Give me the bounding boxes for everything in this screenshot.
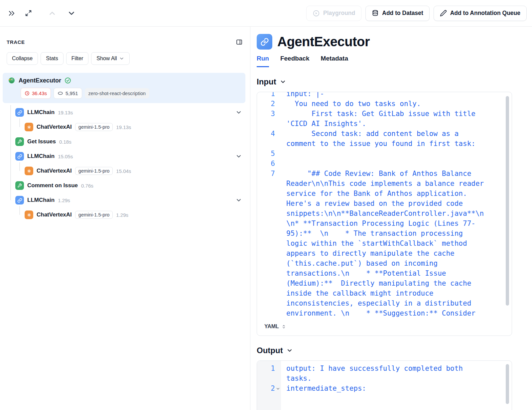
add-to-annotation-queue-button[interactable]: Add to Annotation Queue (434, 6, 527, 21)
chain-app-icon (257, 34, 272, 50)
code-line: 5 (257, 149, 512, 159)
stats-button[interactable]: Stats (41, 52, 63, 65)
chain-link-icon (15, 196, 24, 205)
model-badge: gemini-1.5-pro (75, 167, 113, 175)
agent-type-badge: zero-shot-react-description (85, 88, 149, 98)
node-duration: 19.13s (116, 124, 131, 130)
code-line-number: 5 (257, 149, 275, 159)
chevron-down-icon[interactable] (235, 197, 242, 204)
input-section-title: Input (257, 77, 276, 86)
filter-button[interactable]: Filter (66, 52, 89, 65)
play-circle-icon (313, 10, 320, 17)
node-name: LLMChain (27, 109, 55, 116)
collapse-panel-button[interactable] (5, 6, 19, 20)
model-sparkle-icon (25, 210, 33, 219)
chain-link-icon (15, 152, 24, 161)
trace-node-chatvertexai-2[interactable]: ChatVertexAI gemini-1.5-pro 15.04s (0, 164, 250, 178)
tab-feedback[interactable]: Feedback (280, 55, 310, 67)
expand-view-button[interactable] (21, 6, 35, 20)
previous-run-button[interactable] (45, 6, 59, 20)
token-count-badge: 5,951 (54, 88, 82, 99)
format-selector[interactable]: YAML (264, 324, 286, 330)
chevron-down-icon (286, 347, 293, 354)
model-sparkle-icon (25, 167, 33, 175)
code-line-text: First task: Get GitLab issue with title … (275, 109, 486, 129)
code-line: 3 First task: Get GitLab issue with titl… (257, 109, 512, 129)
code-line-number: 1 (257, 92, 275, 99)
node-name: ChatVertexAI (37, 124, 72, 130)
chevron-down-icon[interactable] (235, 109, 242, 116)
input-code-block: 1 input: |- 2 You need to do two tasks o… (257, 92, 512, 336)
show-all-dropdown[interactable]: Show All (91, 52, 129, 65)
chevron-down-icon (119, 56, 124, 61)
node-duration: 1.29s (116, 212, 128, 218)
trace-node-llmchain-1[interactable]: LLMChain 19.13s (0, 105, 250, 120)
code-line-text: "## Code Review: Bank of Anthos Balance … (275, 169, 486, 317)
format-selector-value: YAML (264, 324, 279, 330)
split-panel-button[interactable] (234, 37, 244, 47)
trace-node-llmchain-3[interactable]: LLMChain 1.29s (0, 193, 250, 207)
code-line-text: intermediate_steps: (280, 383, 486, 393)
output-scrollbar[interactable] (506, 364, 509, 404)
run-detail-panel: AgentExecutor Run Feedback Metadata Inpu… (250, 27, 532, 410)
tab-run[interactable]: Run (257, 55, 269, 67)
trace-node-get-issues[interactable]: Get Issues 0.18s (0, 134, 250, 149)
wrench-icon (15, 181, 24, 190)
run-title: AgentExecutor (277, 34, 370, 49)
double-chevron-right-icon (8, 9, 16, 17)
pen-icon (440, 10, 447, 17)
add-to-dataset-label: Add to Dataset (382, 10, 423, 17)
code-line: 1 input: |- (257, 92, 512, 99)
code-line-number: 4 (257, 129, 275, 149)
input-section-header[interactable]: Input (257, 77, 512, 86)
code-line-text (275, 159, 486, 169)
model-sparkle-icon (25, 123, 33, 131)
code-line: 2 You need to do two tasks only. (257, 99, 512, 109)
chevron-down-icon[interactable] (235, 153, 242, 160)
trace-node-llmchain-2[interactable]: LLMChain 15.05s (0, 149, 250, 164)
tab-metadata[interactable]: Metadata (321, 55, 348, 67)
trace-node-chatvertexai-3[interactable]: ChatVertexAI gemini-1.5-pro 1.29s (0, 207, 250, 222)
code-line: 2 intermediate_steps: (257, 383, 512, 393)
trace-root-name: AgentExecutor (19, 77, 61, 84)
node-duration: 19.13s (58, 110, 73, 115)
node-name: Comment on Issue (27, 182, 78, 189)
collapse-button[interactable]: Collapse (7, 52, 38, 65)
playground-button[interactable]: Playground (306, 6, 361, 21)
input-code-viewport[interactable]: 1 input: |- 2 You need to do two tasks o… (257, 92, 512, 317)
check-circle-icon (65, 77, 71, 84)
output-code-block: 1 output: I have successfully completed … (257, 360, 512, 410)
code-line-number: 6 (257, 159, 275, 169)
node-name: ChatVertexAI (37, 211, 72, 218)
code-line-number: 3 (257, 109, 275, 129)
code-line-number: 7 (257, 169, 275, 317)
node-duration: 1.29s (58, 198, 70, 203)
trace-tree: AgentExecutor 36.43s 5,951 zero-shot-rea… (0, 73, 250, 222)
input-scrollbar[interactable] (506, 96, 509, 306)
code-line-number: 2 (257, 383, 280, 393)
model-badge: gemini-1.5-pro (75, 123, 113, 131)
code-line-text: You need to do two tasks only. (275, 99, 486, 109)
node-duration: 0.76s (81, 183, 93, 189)
node-name: LLMChain (27, 197, 55, 204)
chevron-down-icon (280, 78, 286, 85)
chevron-down-icon (67, 9, 76, 18)
node-duration: 0.18s (59, 139, 71, 145)
node-duration: 15.05s (58, 154, 73, 159)
playground-button-label: Playground (323, 10, 355, 17)
node-name: LLMChain (27, 153, 55, 160)
collapse-line-chevron-icon[interactable] (276, 386, 280, 391)
trace-node-comment-on-issue[interactable]: Comment on Issue 0.76s (0, 178, 250, 193)
trace-node-chatvertexai-1[interactable]: ChatVertexAI gemini-1.5-pro 19.13s (0, 120, 250, 134)
duration-badge: 36.43s (21, 88, 51, 99)
model-badge: gemini-1.5-pro (75, 211, 113, 219)
code-line-text: output: I have successfully completed bo… (275, 363, 486, 383)
token-icon (58, 90, 63, 96)
stats-button-label: Stats (46, 56, 58, 62)
output-section-header[interactable]: Output (257, 346, 512, 355)
next-run-button[interactable] (65, 6, 78, 20)
token-count-value: 5,951 (66, 90, 78, 96)
add-to-dataset-button[interactable]: Add to Dataset (365, 6, 429, 21)
chevron-up-icon (48, 9, 57, 18)
trace-root-row[interactable]: AgentExecutor 36.43s 5,951 zero-shot-rea… (3, 73, 245, 103)
